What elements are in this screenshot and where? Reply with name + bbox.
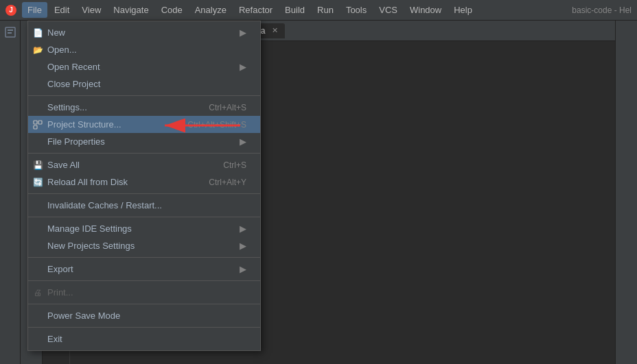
- menu-item-exit[interactable]: Exit: [28, 330, 260, 348]
- open-recent-arrow-icon: ▶: [240, 62, 246, 72]
- menu-tools[interactable]: Tools: [340, 2, 372, 18]
- menu-item-open-recent-label: Open Recent: [47, 62, 100, 72]
- menu-run[interactable]: Run: [312, 2, 339, 18]
- menu-refactor[interactable]: Refactor: [233, 2, 278, 18]
- file-dropdown-menu: 📄 New ▶ 📂 Open... Open Recent ▶ Close Pr…: [27, 21, 261, 351]
- menu-item-power-save-label: Power Save Mode: [47, 311, 120, 321]
- menu-item-export-label: Export: [47, 264, 73, 274]
- open-recent-icon: [32, 62, 43, 73]
- manage-ide-arrow-icon: ▶: [240, 223, 246, 234]
- separator-1: [28, 95, 260, 96]
- new-projects-settings-icon: [32, 241, 43, 252]
- menu-item-open-label: Open...: [47, 45, 77, 55]
- menu-file[interactable]: File: [22, 2, 47, 18]
- svg-rect-1: [8, 29, 13, 31]
- menu-item-new-projects-settings[interactable]: New Projects Settings ▶: [28, 237, 260, 254]
- open-icon: 📂: [32, 45, 43, 56]
- menu-item-reload-all-label: Reload All from Disk: [47, 177, 128, 187]
- export-icon: [32, 264, 43, 275]
- close-project-icon: [32, 79, 43, 90]
- menu-item-reload-all[interactable]: 🔄 Reload All from Disk Ctrl+Alt+Y: [28, 173, 260, 191]
- reload-all-icon: 🔄: [32, 177, 43, 188]
- separator-7: [28, 304, 260, 304]
- svg-rect-2: [8, 32, 12, 34]
- separator-3: [28, 193, 260, 194]
- menu-item-manage-ide-label: Manage IDE Settings: [47, 223, 132, 234]
- right-panel: [615, 21, 637, 364]
- menu-item-settings[interactable]: Settings... Ctrl+Alt+S: [28, 99, 260, 116]
- window-title: basic-code - Hel: [572, 5, 632, 15]
- menu-item-project-structure-label: Project Structure...: [47, 119, 121, 130]
- project-structure-shortcut: Ctrl+Alt+Shift+S: [167, 120, 246, 130]
- menu-item-manage-ide[interactable]: Manage IDE Settings ▶: [28, 220, 260, 237]
- svg-rect-4: [38, 121, 42, 124]
- svg-rect-5: [34, 125, 37, 129]
- file-properties-icon: [32, 136, 43, 147]
- menu-item-open[interactable]: 📂 Open...: [28, 41, 260, 58]
- menu-item-save-all-label: Save All: [47, 160, 80, 170]
- separator-4: [28, 217, 260, 217]
- menu-build[interactable]: Build: [279, 2, 310, 18]
- project-structure-icon: [32, 119, 43, 130]
- tab-hello-close[interactable]: ✕: [272, 26, 278, 35]
- menu-item-file-properties-label: File Properties: [47, 136, 105, 147]
- svg-rect-3: [34, 121, 37, 124]
- exit-icon: [32, 334, 43, 345]
- settings-icon: [32, 102, 43, 113]
- menu-code[interactable]: Code: [156, 2, 188, 18]
- separator-8: [28, 327, 260, 328]
- sidebar-project-icon[interactable]: [1, 23, 19, 41]
- menu-item-power-save[interactable]: Power Save Mode: [28, 307, 260, 324]
- menu-item-save-all[interactable]: 💾 Save All Ctrl+S: [28, 156, 260, 173]
- title-bar: J File Edit View Navigate Code Analyze R…: [0, 0, 637, 21]
- invalidate-caches-icon: [32, 200, 43, 211]
- menu-edit[interactable]: Edit: [49, 2, 75, 18]
- menu-window[interactable]: Window: [404, 2, 447, 18]
- menu-item-settings-label: Settings...: [47, 102, 87, 112]
- new-arrow-icon: ▶: [240, 27, 246, 38]
- settings-shortcut: Ctrl+Alt+S: [188, 103, 246, 112]
- new-projects-settings-arrow-icon: ▶: [240, 241, 246, 251]
- menu-item-print: 🖨 Print...: [28, 284, 260, 301]
- menu-item-close-project[interactable]: Close Project: [28, 75, 260, 93]
- menu-item-invalidate-caches[interactable]: Invalidate Caches / Restart...: [28, 197, 260, 214]
- save-all-icon: 💾: [32, 160, 43, 171]
- new-icon: 📄: [32, 27, 43, 38]
- separator-5: [28, 257, 260, 258]
- menu-item-print-label: Print...: [47, 287, 73, 298]
- sidebar-strip: [0, 21, 21, 364]
- save-all-shortcut: Ctrl+S: [202, 160, 246, 170]
- menu-analyze[interactable]: Analyze: [189, 2, 232, 18]
- menu-item-invalidate-caches-label: Invalidate Caches / Restart...: [47, 200, 162, 210]
- menu-navigate[interactable]: Navigate: [108, 2, 154, 18]
- menu-item-project-structure[interactable]: Project Structure... Ctrl+Alt+Shift+S: [28, 116, 260, 133]
- menu-item-new[interactable]: 📄 New ▶: [28, 24, 260, 41]
- menu-item-new-projects-settings-label: New Projects Settings: [47, 241, 135, 251]
- file-properties-arrow-icon: ▶: [240, 136, 246, 147]
- menu-help[interactable]: Help: [448, 2, 478, 18]
- menu-item-open-recent[interactable]: Open Recent ▶: [28, 58, 260, 75]
- print-icon: 🖨: [32, 287, 43, 298]
- menu-item-new-label: New: [47, 27, 65, 38]
- manage-ide-icon: [32, 223, 43, 234]
- menu-bar: File Edit View Navigate Code Analyze Ref…: [22, 2, 478, 18]
- app-icon: J: [5, 5, 16, 16]
- menu-vcs[interactable]: VCS: [373, 2, 403, 18]
- menu-item-close-project-label: Close Project: [47, 79, 100, 89]
- separator-2: [28, 153, 260, 154]
- menu-item-exit-label: Exit: [47, 334, 62, 344]
- export-arrow-icon: ▶: [240, 264, 246, 274]
- reload-all-shortcut: Ctrl+Alt+Y: [188, 178, 246, 187]
- power-save-icon: [32, 311, 43, 321]
- separator-6: [28, 280, 260, 281]
- menu-view[interactable]: View: [76, 2, 106, 18]
- menu-item-file-properties[interactable]: File Properties ▶: [28, 133, 260, 150]
- menu-item-export[interactable]: Export ▶: [28, 260, 260, 278]
